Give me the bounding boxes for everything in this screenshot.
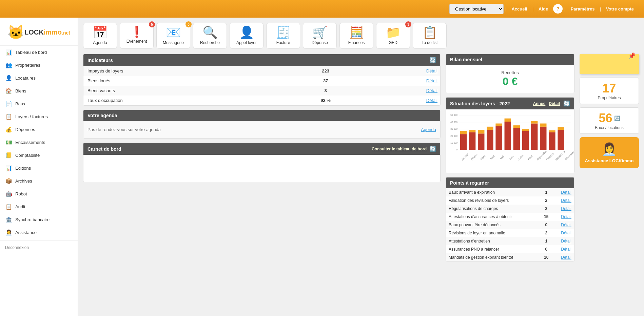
bilan-header: Bilan mensuel: [446, 54, 574, 65]
carnet-link[interactable]: Consulter le tableau de bord: [372, 147, 427, 151]
sidebar-item-loyers-factures[interactable]: 📋 Loyers / factures: [0, 110, 78, 123]
sidebar-item-tableau-de-bord[interactable]: 📊 Tableau de bord: [0, 46, 78, 59]
point-value-8: 10: [540, 253, 553, 261]
ged-icon-card[interactable]: 3 📁 GED: [376, 23, 410, 49]
sidebar-label-loyers: Loyers / factures: [15, 114, 48, 119]
deconnexion-link[interactable]: Déconnexion: [0, 243, 78, 253]
carnet-refresh[interactable]: 🔄: [429, 146, 436, 152]
accueil-link[interactable]: Accueil: [508, 6, 530, 12]
point-label-7: Assurances PNO à relancer: [446, 245, 540, 253]
todo-icon-card[interactable]: 📋 To do list: [413, 23, 447, 49]
svg-rect-13: [460, 131, 467, 134]
loyers-icon: 📋: [5, 113, 13, 120]
appel-loyer-icon: 👤: [232, 26, 261, 39]
table-row: Attestations d'assurances à obtenir 15 D…: [446, 213, 574, 221]
module-dropdown[interactable]: Gestion locative: [449, 4, 504, 14]
sidebar-item-locataires[interactable]: 👤 Locataires: [0, 71, 78, 84]
situation-card: Situation des loyers - 2022 Année Détail…: [446, 97, 574, 173]
point-detail-1[interactable]: Détail: [561, 198, 571, 203]
finances-icon-card[interactable]: 🧮 Finances: [339, 23, 373, 49]
point-detail-2[interactable]: Détail: [561, 206, 571, 211]
messagerie-icon-card[interactable]: 0 📧 Messagerie: [156, 23, 190, 49]
facture-icon-card[interactable]: 🧾 Facture: [266, 23, 300, 49]
situation-header: Situation des loyers - 2022 Année Détail…: [446, 98, 574, 109]
point-detail-7[interactable]: Détail: [561, 247, 571, 252]
point-label-0: Baux arrivant à expiration: [446, 188, 540, 196]
messagerie-icon: 📧: [158, 26, 188, 39]
indicator-detail-2[interactable]: Détail: [426, 88, 437, 93]
bilan-label: Recettes: [451, 70, 569, 75]
baux-refresh[interactable]: 🔄: [614, 115, 620, 121]
point-detail-3[interactable]: Détail: [561, 214, 571, 219]
sidebar-item-archives[interactable]: 📦 Archives: [0, 174, 78, 187]
indicator-detail-3[interactable]: Détail: [426, 98, 437, 103]
archives-icon: 📦: [5, 177, 13, 185]
indicator-value-2: 3: [289, 86, 362, 96]
sidebar-item-audit[interactable]: 📋 Audit: [0, 200, 78, 213]
points-card: Points à regarder Baux arrivant à expira…: [446, 177, 574, 262]
agenda-link[interactable]: Agenda: [421, 127, 436, 132]
biens-icon: 🏠: [5, 87, 13, 94]
sidebar-item-editions[interactable]: 📊 Editions: [0, 162, 78, 174]
point-detail-0[interactable]: Détail: [561, 190, 571, 195]
sidebar-item-depenses[interactable]: 💰 Dépenses: [0, 123, 78, 136]
situation-refresh[interactable]: 🔄: [563, 100, 570, 107]
svg-rect-27: [522, 129, 529, 131]
baux-number: 56: [599, 111, 612, 125]
point-value-7: 0: [540, 245, 553, 253]
svg-rect-24: [513, 128, 520, 150]
indicators-refresh[interactable]: 🔄: [429, 57, 436, 63]
depense-icon-card[interactable]: 🛒 Dépense: [303, 23, 337, 49]
parametres-link[interactable]: Paramètres: [567, 6, 598, 12]
votre-compte-link[interactable]: Votre compte: [603, 6, 637, 12]
recherche-icon-card[interactable]: 🔍 Recherche: [193, 23, 227, 49]
sidebar-item-encaissements[interactable]: 💵 Encaissements: [0, 136, 78, 149]
table-row: Attestations d'entretien 1 Détail: [446, 237, 574, 245]
sidebar-item-proprietaires[interactable]: 👥 Propriétaires: [0, 59, 78, 71]
bilan-amount: Recettes 0 €: [446, 65, 574, 93]
svg-rect-16: [478, 133, 484, 150]
situation-year[interactable]: Année: [533, 101, 546, 106]
svg-rect-19: [487, 127, 493, 130]
agenda-icon-card[interactable]: 📅 Agenda: [83, 23, 117, 49]
sidebar-item-baux[interactable]: 📄 Baux: [0, 97, 78, 110]
proprietaires-label: Propriétaires: [583, 96, 635, 100]
point-detail-8[interactable]: Détail: [561, 255, 571, 260]
situation-detail[interactable]: Détail: [549, 101, 560, 106]
indicators-title: Indicateurs: [87, 58, 113, 63]
baux-label: Baux / locations: [583, 125, 635, 130]
top-bar-links: Gestion locative | Accueil | Aide ? | Pa…: [449, 4, 637, 14]
point-value-2: 2: [540, 205, 553, 213]
svg-rect-33: [549, 130, 555, 132]
sidebar-label-synchro: Synchro bancaire: [15, 217, 50, 222]
module-selector[interactable]: Gestion locative: [449, 4, 504, 14]
sidebar-label-proprietaires: Propriétaires: [15, 63, 40, 68]
indicator-detail-1[interactable]: Détail: [426, 78, 437, 83]
point-detail-4[interactable]: Détail: [561, 223, 571, 227]
sidebar-item-assistance[interactable]: 👩‍💼 Assistance: [0, 226, 78, 239]
agenda-label: Agenda: [85, 40, 115, 45]
points-title: Points à regarder: [450, 180, 489, 186]
recherche-icon: 🔍: [195, 26, 225, 39]
point-detail-5[interactable]: Détail: [561, 231, 571, 235]
recherche-label: Recherche: [195, 40, 225, 45]
sidebar-label-robot: Robot: [15, 191, 27, 196]
aide-link[interactable]: Aide: [535, 6, 551, 12]
point-detail-6[interactable]: Détail: [561, 239, 571, 244]
robot-icon: 🤖: [5, 190, 13, 197]
left-column: Indicateurs 🔄 Impayés de loyers 223 Déta…: [83, 54, 441, 266]
help-button[interactable]: ?: [553, 4, 563, 14]
sidebar-item-robot[interactable]: 🤖 Robot: [0, 187, 78, 200]
sidebar-item-synchro-bancaire[interactable]: 🏦 Synchro bancaire: [0, 213, 78, 226]
evenement-icon-card[interactable]: 5 ❗ Evénement: [120, 23, 154, 49]
svg-rect-20: [495, 126, 502, 150]
icon-bar: 📅 Agenda 5 ❗ Evénement 0 📧 Messagerie 🔍 …: [83, 23, 639, 49]
appel-loyer-icon-card[interactable]: 👤 Appel loyer: [230, 23, 264, 49]
todo-icon: 📋: [415, 26, 445, 39]
indicator-detail-0[interactable]: Détail: [426, 68, 437, 73]
sidebar-item-biens[interactable]: 🏠 Biens: [0, 84, 78, 97]
assistance-card[interactable]: 👩‍💼 Assistance LOCKimmo: [580, 137, 639, 168]
sidebar-item-comptabilite[interactable]: 📒 Comptabilité: [0, 149, 78, 162]
point-value-0: 1: [540, 188, 553, 196]
agenda-body: Pas de rendez vous sur votre agenda Agen…: [83, 121, 440, 138]
